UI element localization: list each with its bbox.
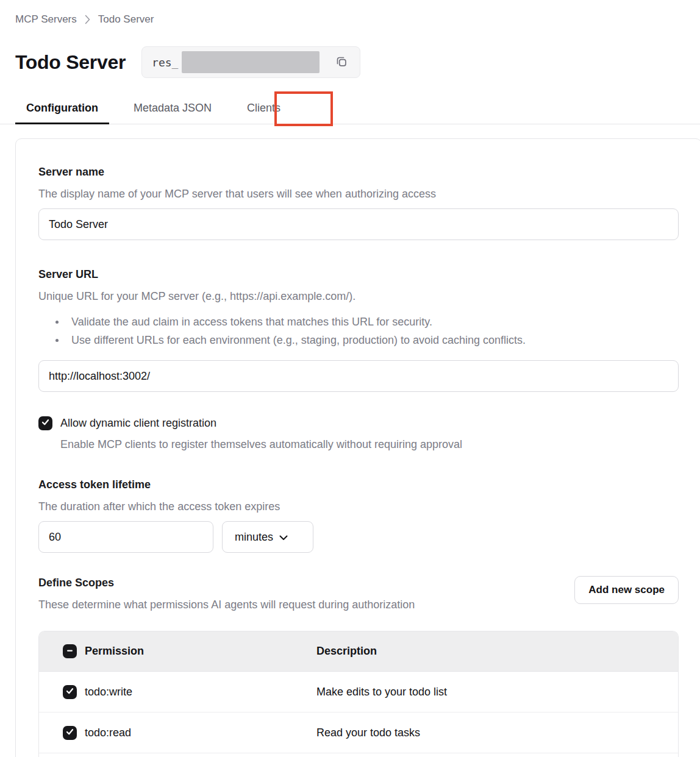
copy-button[interactable] xyxy=(332,52,351,73)
scopes-table: Permission Description todo:write Make e… xyxy=(38,631,679,757)
token-lifetime-inputs: minutes xyxy=(38,521,679,553)
chevron-right-icon xyxy=(85,15,90,24)
server-url-description: Unique URL for your MCP server (e.g., ht… xyxy=(38,290,679,303)
page-header: Todo Server res_ xyxy=(15,46,700,78)
scope-checkbox[interactable] xyxy=(63,726,77,740)
scope-permission: todo:read xyxy=(85,727,131,739)
dynamic-registration-checkbox[interactable] xyxy=(38,416,52,430)
indeterminate-icon xyxy=(66,645,74,658)
scope-description: Read your todo tasks xyxy=(316,727,420,739)
breadcrumb-mcp-servers[interactable]: MCP Servers xyxy=(15,13,77,26)
select-all-checkbox[interactable] xyxy=(63,644,77,658)
configuration-card: Server name The display name of your MCP… xyxy=(15,138,700,757)
tab-metadata-json[interactable]: Metadata JSON xyxy=(123,93,223,124)
checkmark-icon xyxy=(65,727,74,739)
scope-description: Make edits to your todo list xyxy=(316,686,447,698)
scopes-label: Define Scopes xyxy=(38,576,415,589)
server-url-notes: Validate the aud claim in access tokens … xyxy=(38,313,679,349)
column-header-description: Description xyxy=(316,645,377,658)
dynamic-registration-description: Enable MCP clients to register themselve… xyxy=(60,438,679,451)
column-header-permission: Permission xyxy=(85,645,144,658)
server-url-note-item: Validate the aud claim in access tokens … xyxy=(38,313,679,331)
table-row: todo:write Make edits to your todo list xyxy=(39,672,678,713)
dynamic-registration-label[interactable]: Allow dynamic client registration xyxy=(60,417,216,430)
token-lifetime-description: The duration after which the access toke… xyxy=(38,500,679,513)
dynamic-registration-row: Allow dynamic client registration xyxy=(38,416,679,430)
token-lifetime-unit-value: minutes xyxy=(235,531,273,544)
resource-id-prefix: res_ xyxy=(152,56,178,69)
breadcrumb-todo-server: Todo Server xyxy=(98,13,154,26)
tab-bar: Configuration Metadata JSON Clients xyxy=(0,93,700,124)
chevron-down-icon xyxy=(279,531,288,544)
token-lifetime-value-input[interactable] xyxy=(38,521,213,553)
server-name-description: The display name of your MCP server that… xyxy=(38,187,679,201)
redacted-resource-id xyxy=(182,51,320,73)
resource-id-badge: res_ xyxy=(141,46,360,78)
tab-configuration[interactable]: Configuration xyxy=(15,93,109,124)
scopes-section-header: Define Scopes These determine what permi… xyxy=(38,576,679,611)
copy-icon xyxy=(333,53,350,72)
token-lifetime-unit-select[interactable]: minutes xyxy=(222,521,313,553)
scope-checkbox[interactable] xyxy=(63,685,77,699)
tab-clients[interactable]: Clients xyxy=(236,93,291,124)
scope-permission: todo:write xyxy=(85,686,132,698)
server-url-label: Server URL xyxy=(38,268,679,281)
table-row: todo:read Read your todo tasks xyxy=(39,713,678,753)
token-lifetime-label: Access token lifetime xyxy=(38,478,679,491)
page-title: Todo Server xyxy=(15,51,126,74)
breadcrumb: MCP Servers Todo Server xyxy=(15,13,700,26)
scopes-table-header: Permission Description xyxy=(39,631,678,672)
server-name-input[interactable] xyxy=(38,208,679,240)
server-url-input[interactable] xyxy=(38,360,679,392)
server-name-label: Server name xyxy=(38,165,679,179)
checkmark-icon xyxy=(41,418,50,429)
checkmark-icon xyxy=(65,686,74,698)
scopes-description: These determine what permissions AI agen… xyxy=(38,598,415,611)
add-new-scope-button[interactable]: Add new scope xyxy=(574,576,679,604)
server-url-note-item: Use different URLs for each environment … xyxy=(38,331,679,349)
